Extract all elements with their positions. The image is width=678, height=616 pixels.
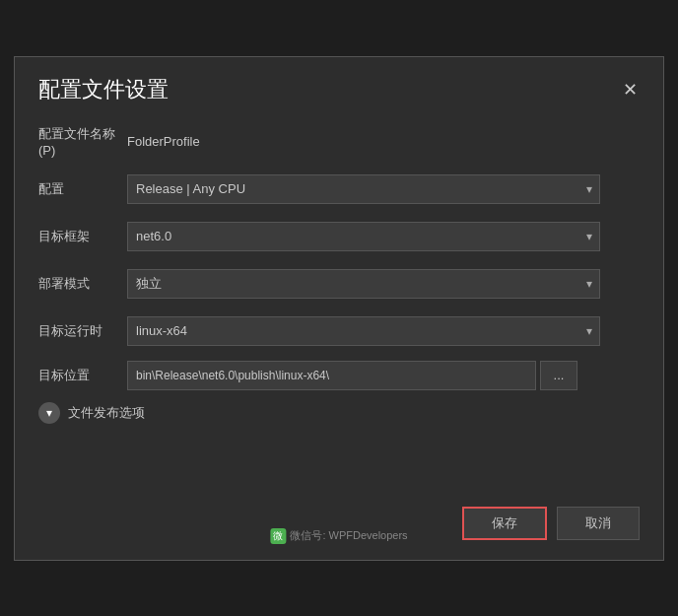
runtime-row: 目标运行时 linux-x64 win-x64 osx-x64 <box>38 313 640 349</box>
wechat-icon: 微 <box>270 528 286 544</box>
expand-row[interactable]: ▾ 文件发布选项 <box>38 402 640 424</box>
expand-icon: ▾ <box>38 402 60 424</box>
runtime-select-wrapper: linux-x64 win-x64 osx-x64 <box>127 316 600 346</box>
close-button[interactable]: ✕ <box>616 76 644 103</box>
deploy-mode-label: 部署模式 <box>38 275 127 293</box>
bottom-bar: 保存 取消 <box>15 491 663 560</box>
framework-select[interactable]: net6.0 net5.0 netcoreapp3.1 <box>127 222 600 251</box>
save-button[interactable]: 保存 <box>462 507 547 540</box>
dialog: 配置文件设置 ✕ 配置文件名称(P) FolderProfile 配置 Rele… <box>14 56 664 561</box>
framework-select-wrapper: net6.0 net5.0 netcoreapp3.1 <box>127 222 600 251</box>
config-label: 配置 <box>38 180 127 198</box>
form-body: 配置文件名称(P) FolderProfile 配置 Release | Any… <box>15 114 663 451</box>
watermark-text: 微信号: WPFDevelopers <box>290 528 407 543</box>
config-row: 配置 Release | Any CPU Debug | Any CPU <box>38 171 640 207</box>
framework-label: 目标框架 <box>38 228 127 245</box>
profile-name-value: FolderProfile <box>127 134 200 149</box>
title-bar: 配置文件设置 ✕ <box>15 57 663 114</box>
location-input[interactable] <box>127 361 536 390</box>
framework-row: 目标框架 net6.0 net5.0 netcoreapp3.1 <box>38 219 640 254</box>
deploy-mode-select[interactable]: 独立 依赖框架 <box>127 269 600 299</box>
dialog-title: 配置文件设置 <box>38 75 169 104</box>
config-select[interactable]: Release | Any CPU Debug | Any CPU <box>127 174 600 204</box>
expand-label: 文件发布选项 <box>68 404 145 422</box>
deploy-mode-row: 部署模式 独立 依赖框架 <box>38 266 640 302</box>
runtime-select[interactable]: linux-x64 win-x64 osx-x64 <box>127 316 600 346</box>
location-label: 目标位置 <box>38 367 127 384</box>
browse-button[interactable]: ... <box>540 361 577 390</box>
location-row: 目标位置 ... <box>38 361 640 390</box>
deploy-mode-select-wrapper: 独立 依赖框架 <box>127 269 600 299</box>
profile-name-label: 配置文件名称(P) <box>38 125 127 158</box>
runtime-label: 目标运行时 <box>38 322 127 340</box>
cancel-button[interactable]: 取消 <box>557 507 640 540</box>
watermark: 微 微信号: WPFDevelopers <box>270 528 407 544</box>
config-select-wrapper: Release | Any CPU Debug | Any CPU <box>127 174 600 204</box>
profile-name-row: 配置文件名称(P) FolderProfile <box>38 124 640 160</box>
